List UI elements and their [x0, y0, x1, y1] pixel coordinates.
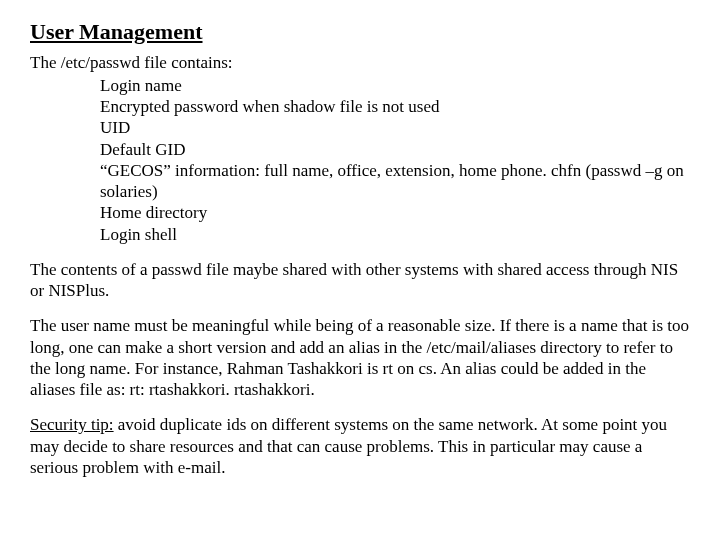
list-item: Login name [100, 75, 690, 96]
list-item: Login shell [100, 224, 690, 245]
passwd-field-list: Login name Encrypted password when shado… [100, 75, 690, 245]
paragraph-sharing: The contents of a passwd file maybe shar… [30, 259, 690, 302]
paragraph-security: Security tip: avoid duplicate ids on dif… [30, 414, 690, 478]
list-item: Home directory [100, 202, 690, 223]
intro-line: The /etc/passwd file contains: [30, 52, 690, 73]
security-tip-text: avoid duplicate ids on different systems… [30, 415, 667, 477]
page-title: User Management [30, 18, 690, 46]
list-item: Default GID [100, 139, 690, 160]
list-item: “GECOS” information: full name, office, … [100, 160, 690, 203]
document-page: User Management The /etc/passwd file con… [0, 0, 720, 478]
paragraph-alias: The user name must be meaningful while b… [30, 315, 690, 400]
security-tip-label: Security tip: [30, 415, 114, 434]
list-item: UID [100, 117, 690, 138]
list-item: Encrypted password when shadow file is n… [100, 96, 690, 117]
